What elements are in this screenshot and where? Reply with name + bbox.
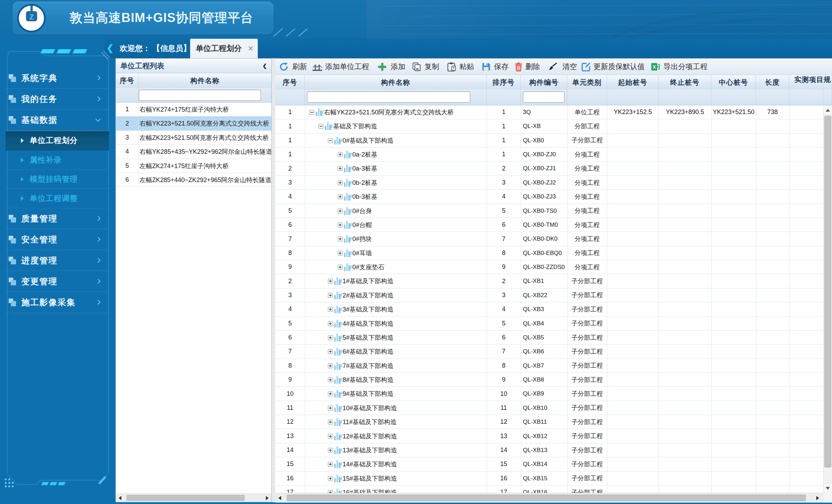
svg-text:X: X xyxy=(653,64,656,70)
svg-text:z: z xyxy=(29,11,34,22)
svg-text:T: T xyxy=(453,67,455,70)
